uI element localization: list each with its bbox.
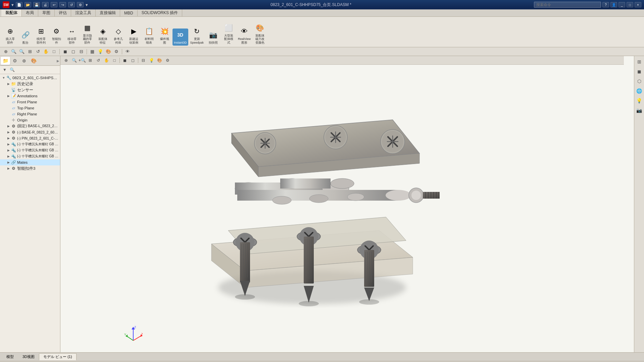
quick-access-redo[interactable]: ↪ [59,2,66,7]
tree-expand-pin[interactable]: ▶ [6,136,11,141]
wireframe-btn[interactable]: ◻ [69,48,77,55]
reference-geometry-btn[interactable]: ◇ 参考几何体 [111,25,126,46]
tree-expand-base-r[interactable]: ▶ [6,130,11,135]
vp-light-btn[interactable]: 💡 [148,57,155,64]
lights-btn[interactable]: 💡 [97,48,104,55]
right-panel-view-btn[interactable]: ⊞ [635,57,644,66]
tree-expand-annotations[interactable]: ▶ [6,94,11,98]
tree-item-pin[interactable]: ▶ ⚙ (-) PIN_0823_2_601_C-SHHPSD [0,135,60,141]
right-panel-camera-btn[interactable]: 📷 [635,106,644,115]
3d-view-btn[interactable]: □ [50,48,58,55]
title-customize-btn[interactable]: ▾ [86,2,88,7]
tab-evaluate[interactable]: 评估 [55,9,71,16]
panel-tab-display[interactable]: ⊕ [19,57,29,65]
pan-btn[interactable]: ✋ [42,48,50,55]
tab-model[interactable]: 模型 [2,353,18,360]
tab-modelview1[interactable]: モデル ビュー (1) [39,353,77,360]
vp-shaded-btn[interactable]: ◼ [121,57,129,64]
tree-expand-root[interactable]: ▼ [1,75,6,80]
command-search-input[interactable] [534,2,601,8]
right-panel-appear-btn[interactable]: ⬡ [635,77,644,86]
tree-item-base-l[interactable]: ▶ ⚙ (固定) BASE-L_0823_2_601_C-SH [0,123,60,129]
quick-access-options[interactable]: ⚙ [77,2,84,7]
tree-item-screw1[interactable]: ▶ 🔩 (-) 十字槽沉头木螺钉 GB 951-19 [0,141,60,147]
move-component-btn[interactable]: ↔ 移动零部件 [64,25,79,46]
tree-expand-top-plane[interactable] [6,106,11,110]
snapshot-btn[interactable]: 📷 拍快照 [206,29,220,46]
tree-expand-right-plane[interactable] [6,112,11,116]
user-btn[interactable]: 👤 [610,2,617,7]
tree-filter-btn[interactable]: ▼ [1,67,8,73]
tree-item-sensor[interactable]: 📡 センサー [0,87,60,93]
right-panel-light-btn[interactable]: 💡 [635,96,644,105]
title-menu-btn[interactable]: ▾ [11,2,14,7]
tab-sketch[interactable]: 草图 [38,9,55,16]
tree-expand-smart-fastener[interactable]: ▶ [6,166,11,171]
zoom-in-btn[interactable]: 🔍 [18,48,26,55]
assembly-feature-btn[interactable]: ◈ 装配体特征 [95,25,110,46]
tree-item-origin[interactable]: ✛ Origin [0,117,60,123]
zoom-to-fit-btn[interactable]: 🔍 [10,48,17,55]
quick-access-rebuild[interactable]: ↺ [68,2,75,7]
panel-tab-properties[interactable]: ⚙ [10,57,19,65]
tree-item-top-plane[interactable]: ▱ Top Plane [0,105,60,111]
tree-item-history[interactable]: ▶ 📁 历史记录 [0,81,60,87]
tree-expand-screw3[interactable]: ▶ [6,154,11,159]
panel-tabs-arrow[interactable]: ▶ [57,59,59,63]
tab-direct-edit[interactable]: 直接编辑 [96,9,120,16]
quick-access-undo[interactable]: ↩ [51,2,57,7]
quick-access-open[interactable]: 📂 [24,2,31,7]
tab-3dview[interactable]: 3D视图 [18,353,39,360]
hide-show-btn[interactable]: 👁 [124,48,131,55]
vp-zoom-fit-btn[interactable]: 🔍 [70,57,78,64]
appearance-btn[interactable]: 🎨 [105,48,112,55]
change-color-btn[interactable]: 🎨 装配体磁力改变颜色 [253,21,267,46]
tree-item-right-plane[interactable]: ▱ Right Plane [0,111,60,117]
tab-render[interactable]: 渲染工具 [71,9,96,16]
panel-tab-feature-tree[interactable]: 📁 [1,57,10,65]
tree-expand-history[interactable]: ▶ [6,82,11,86]
panel-tab-appearance[interactable]: 🎨 [29,57,38,65]
vp-settings-btn[interactable]: ⚙ [164,57,171,64]
tree-item-front-plane[interactable]: ▱ Front Plane [0,99,60,105]
vp-rotate-btn[interactable]: ↺ [95,57,102,64]
tree-expand-screw2[interactable]: ▶ [6,148,11,153]
display-style-btn[interactable]: ◼ [61,48,69,55]
vp-3d-btn[interactable]: □ [111,57,118,64]
tree-item-annotations[interactable]: ▶ 📝 Annotations [0,93,60,99]
vp-zoom-in-btn[interactable]: +🔍 [79,57,86,64]
rotate-btn[interactable]: ↺ [34,48,42,55]
tree-expand-origin[interactable] [6,118,11,122]
new-motion-btn[interactable]: ▶ 新建运动算例 [126,25,141,46]
explode-view-btn[interactable]: 💥 爆炸视图 [157,25,172,46]
tree-expand-front-plane[interactable] [6,100,11,104]
viewport[interactable]: ⊕ 🔍 +🔍 ⊞ ↺ ✋ □ ◼ ◻ ⊟ 💡 🎨 ⚙ [60,56,634,352]
hidden-lines-btn[interactable]: ⊟ [78,48,85,55]
quick-access-save[interactable]: 💾 [33,2,40,7]
tree-search-btn[interactable]: 🔍 [9,67,15,73]
tree-item-mates[interactable]: ▶ 🔗 Mates [0,159,60,165]
vp-wireframe-btn[interactable]: ◻ [129,57,137,64]
tree-expand-mates[interactable]: ▶ [6,160,11,165]
insert-component-btn[interactable]: ⊕ 插入零部件 [3,25,17,46]
quick-access-print[interactable]: 🖨 [42,2,49,7]
tab-assembly[interactable]: 装配体 [1,9,22,16]
linear-pattern-btn[interactable]: ⊞ 线性零部件列 [34,25,48,46]
tab-plugins[interactable]: SOLIDWORKS 插件 [138,9,183,16]
show-hidden-btn[interactable]: ▦ 显示隐藏的零部件 [80,21,95,46]
bom-btn[interactable]: 📋 材料明细表 [142,25,156,46]
tree-item-base-r[interactable]: ▶ ⚙ (-) BASE-R_0823_2_601_C-SHH [0,129,60,135]
tree-root[interactable]: ▼ 🔧 0823_2_601_C-SHHPSD75_合页 (De [0,75,60,81]
large-assembly-btn[interactable]: ⬜ 大型装配体模式 [221,21,236,46]
zoom-box-btn[interactable]: ⊞ [26,48,34,55]
feature-tree[interactable]: ▼ 🔧 0823_2_601_C-SHHPSD75_合页 (De ▶ 📁 历史记… [0,74,60,352]
tree-expand-base-l[interactable]: ▶ [6,124,11,128]
vp-pan-btn[interactable]: ✋ [103,57,110,64]
speedpak-btn[interactable]: ↻ 更新Speedpak [189,25,205,46]
right-panel-scene-btn[interactable]: 🌐 [635,87,644,95]
help-btn[interactable]: ? [602,2,609,7]
tree-item-smart-fastener[interactable]: ▶ ⚙ 智能扣件3 [0,165,60,171]
section-view-btn[interactable]: ▦ [89,48,96,55]
tab-layout[interactable]: 布局 [22,9,38,16]
tab-mbd[interactable]: MBD [120,10,138,16]
